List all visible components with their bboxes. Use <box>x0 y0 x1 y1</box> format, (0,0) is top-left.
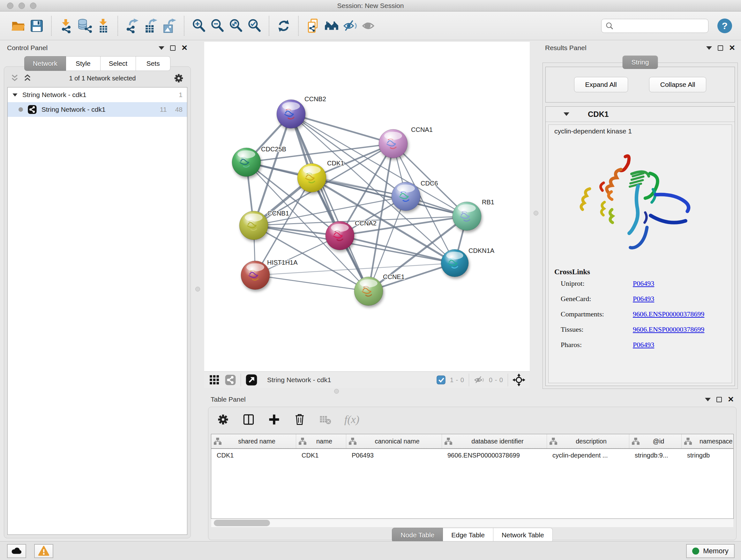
open-session-button[interactable] <box>9 16 27 36</box>
network-options-gear-icon[interactable] <box>173 73 184 84</box>
network-node-CCNA2[interactable]: CCNA2 <box>326 220 377 250</box>
pharos-link[interactable]: P06493 <box>633 341 654 349</box>
zoom-in-button[interactable] <box>190 16 208 36</box>
show-columns-icon[interactable] <box>242 413 255 426</box>
node-table[interactable]: shared namenamecanonical namedatabase id… <box>211 434 734 519</box>
search-box[interactable] <box>601 19 709 33</box>
memory-button[interactable]: Memory <box>686 544 735 558</box>
node-entry-header[interactable]: CDK1 <box>546 107 735 122</box>
cloud-services-button[interactable] <box>7 544 26 558</box>
clone-network-button[interactable] <box>304 16 322 36</box>
save-session-button[interactable] <box>27 16 46 36</box>
string-badge-icon[interactable] <box>225 374 236 386</box>
network-node-CCNB1[interactable]: CCNB1 <box>239 210 289 240</box>
collapse-all-button[interactable]: Collapse All <box>649 77 706 92</box>
expand-all-button[interactable]: Expand All <box>574 77 628 92</box>
add-column-icon[interactable] <box>268 413 280 426</box>
table-row[interactable]: CDK1CDK1P064939606.ENSP00000378699cyclin… <box>211 449 733 462</box>
network-node-RB1[interactable]: RB1 <box>453 199 494 231</box>
show-all-button[interactable] <box>359 16 378 36</box>
import-network-button[interactable] <box>57 16 75 36</box>
bottom-splitter-handle[interactable] <box>334 389 339 394</box>
collapse-all-networks-icon[interactable] <box>10 74 19 82</box>
compartments-link[interactable]: 9606.ENSP00000378699 <box>633 310 704 318</box>
tissues-link[interactable]: 9606.ENSP00000378699 <box>633 325 704 334</box>
refresh-view-button[interactable] <box>274 16 293 36</box>
float-panel-icon[interactable] <box>170 45 176 51</box>
close-panel-icon[interactable]: ✕ <box>181 44 188 52</box>
birds-eye-view-icon[interactable] <box>209 374 220 386</box>
cell-namespace[interactable]: stringdb <box>682 452 734 459</box>
expand-all-networks-icon[interactable] <box>23 74 31 82</box>
panel-menu-icon[interactable] <box>705 398 711 401</box>
collection-expand-icon[interactable] <box>12 93 17 96</box>
column-header-shared-name[interactable]: shared name <box>211 434 296 448</box>
zoom-fit-button[interactable] <box>226 16 245 36</box>
network-node-CCNB2[interactable]: CCNB2 <box>277 96 326 128</box>
column-header-database-identifier[interactable]: database identifier <box>442 434 547 448</box>
column-header-description[interactable]: description <box>547 434 629 448</box>
import-network-from-database-button[interactable] <box>75 16 94 36</box>
network-view-canvas[interactable]: CCNB2CCNA1CDC25BCDK1CDC6RB1CCNB1CCNA2CDK… <box>204 42 530 371</box>
network-row[interactable]: String Network - cdk1 11 48 <box>8 102 187 117</box>
export-table-button[interactable] <box>142 16 160 36</box>
left-splitter-handle[interactable] <box>195 287 200 292</box>
toolbar-separator <box>184 16 185 36</box>
network-edge-CCNB2-CCNA1[interactable] <box>291 114 393 144</box>
close-panel-icon[interactable]: ✕ <box>728 395 734 403</box>
zoom-out-button[interactable] <box>208 16 226 36</box>
cell-description[interactable]: cyclin-dependent ... <box>547 452 629 459</box>
hide-selected-button[interactable] <box>341 16 359 36</box>
fit-selection-crosshair-icon[interactable] <box>513 374 525 386</box>
first-neighbors-button[interactable] <box>322 16 341 36</box>
window-title: Session: New Session <box>0 2 741 10</box>
genecard-link[interactable]: P06493 <box>633 295 654 303</box>
close-panel-icon[interactable]: ✕ <box>729 44 735 52</box>
open-in-window-icon[interactable] <box>246 374 258 386</box>
export-image-button[interactable] <box>160 16 179 36</box>
warnings-button[interactable] <box>34 544 53 558</box>
network-collection-row[interactable]: String Network - cdk1 1 <box>8 87 187 102</box>
tab-style[interactable]: Style <box>66 56 100 71</box>
network-edge-HIST1H1A-CCNE1[interactable] <box>255 275 368 291</box>
cell-shared-name[interactable]: CDK1 <box>211 452 296 459</box>
table-options-gear-icon[interactable] <box>217 413 229 426</box>
crosslink-row: Uniprot: P06493 <box>561 279 726 288</box>
import-table-button[interactable] <box>94 16 112 36</box>
column-header-namespace[interactable]: namespace <box>682 434 734 448</box>
column-header-canonical-name[interactable]: canonical name <box>346 434 442 448</box>
cell-name[interactable]: CDK1 <box>296 452 346 459</box>
column-header-name[interactable]: name <box>296 434 346 448</box>
network-status-dot <box>18 107 23 112</box>
tab-network[interactable]: Network <box>24 56 66 71</box>
network-node-HIST1H1A[interactable]: HIST1H1A <box>241 259 298 290</box>
search-input[interactable] <box>614 22 703 29</box>
help-button[interactable]: ? <box>718 18 732 33</box>
tab-sets[interactable]: Sets <box>136 56 171 71</box>
entry-expand-icon[interactable] <box>563 112 569 116</box>
column-header--id[interactable]: @id <box>629 434 682 448</box>
table-horizontal-scrollbar[interactable] <box>211 519 733 527</box>
scrollbar-thumb[interactable] <box>214 520 270 526</box>
right-splitter-handle[interactable] <box>534 211 538 215</box>
tab-node-table[interactable]: Node Table <box>392 528 443 543</box>
cell--id[interactable]: stringdb:9... <box>629 452 682 459</box>
float-panel-icon[interactable] <box>717 397 722 402</box>
network-node-CCNA1[interactable]: CCNA1 <box>379 126 433 158</box>
uniprot-link[interactable]: P06493 <box>633 279 654 288</box>
delete-column-icon[interactable] <box>293 413 306 426</box>
zoom-selected-button[interactable] <box>245 16 264 36</box>
cell-database-identifier[interactable]: 9606.ENSP00000378699 <box>442 452 547 459</box>
export-network-button[interactable] <box>123 16 142 36</box>
tab-network-table[interactable]: Network Table <box>493 528 553 543</box>
cell-canonical-name[interactable]: P06493 <box>346 452 442 459</box>
tab-string-results[interactable]: String <box>623 56 658 69</box>
panel-menu-icon[interactable] <box>706 46 712 50</box>
network-edge-CCNB2-CCNE1[interactable] <box>291 114 368 291</box>
panel-menu-icon[interactable] <box>158 46 164 50</box>
save-floppy-icon <box>29 18 44 33</box>
float-panel-icon[interactable] <box>718 45 723 51</box>
tab-select[interactable]: Select <box>100 56 136 71</box>
network-node-CDKN1A[interactable]: CDKN1A <box>441 247 495 277</box>
tab-edge-table[interactable]: Edge Table <box>443 528 493 543</box>
